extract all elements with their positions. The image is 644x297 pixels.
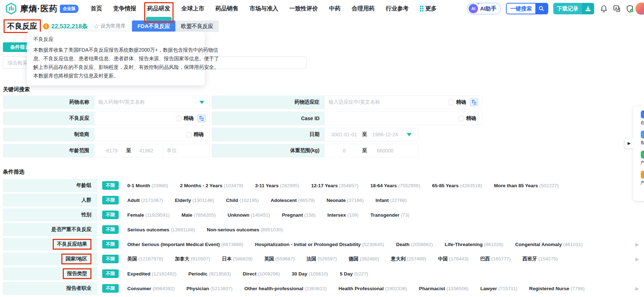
side-panel-item-2[interactable]: 客服 xyxy=(633,131,644,146)
filter-option[interactable]: 意大利 (257489) xyxy=(391,256,426,262)
nav-item-5[interactable]: 药品销售 xyxy=(216,5,238,13)
indication-input[interactable]: 输入适应症中/英文名称 xyxy=(328,99,446,105)
nav-item-6[interactable]: 市场与准入 xyxy=(250,5,278,13)
filter-option[interactable]: Female (11929591) xyxy=(127,212,170,218)
unlimited-option[interactable]: 不限 xyxy=(102,255,119,263)
case-id-exact-checkbox[interactable]: 精确 xyxy=(459,115,476,122)
nav-item-2[interactable]: 竞争情报 xyxy=(113,5,136,13)
filter-option[interactable]: Registered Nurse (7798) xyxy=(529,286,585,291)
nav-item-7[interactable]: 一致性评价 xyxy=(289,5,318,13)
more-options-chevron-icon[interactable]: ▶ xyxy=(635,242,639,247)
filter-option[interactable]: 12-17 Years (354857) xyxy=(311,183,359,188)
more-options-chevron-icon[interactable]: ▶ xyxy=(635,286,639,291)
filter-option[interactable]: Non-serious outcomes (8851030) xyxy=(207,227,283,232)
filter-option[interactable]: Intersex (109) xyxy=(327,212,359,218)
filter-option[interactable]: Other health-professional (2383622) xyxy=(244,286,327,291)
filter-option[interactable]: Pregnant (158) xyxy=(282,212,316,218)
filter-option[interactable]: Child (102195) xyxy=(226,198,259,203)
set-favorite-button[interactable]: ☆ 设为常用库 xyxy=(94,23,126,30)
age-to-input[interactable]: 41982 xyxy=(133,148,159,154)
nav-item-10[interactable]: 行业参考 xyxy=(386,5,409,13)
manufacturer-exact-checkbox[interactable]: 精确 xyxy=(186,131,204,138)
filter-option[interactable]: Death (2058662) xyxy=(396,242,433,247)
filter-option[interactable]: 18-64 Years (7552996) xyxy=(370,183,420,188)
weight-to-input[interactable]: 660000 xyxy=(369,148,401,154)
indication-tree-icon[interactable] xyxy=(470,98,478,106)
filter-option[interactable]: Physician (5213807) xyxy=(186,286,232,291)
filter-option[interactable]: Transgender (73) xyxy=(370,212,409,218)
filter-option[interactable]: Lawyer (715711) xyxy=(480,286,517,291)
nav-item-9[interactable]: 合理用药 xyxy=(352,5,375,13)
logo[interactable]: 摩熵·医药 企业版 xyxy=(5,3,79,15)
date-to-input[interactable]: 1986-12-24 xyxy=(369,132,401,137)
security-shield-icon[interactable] xyxy=(626,5,634,13)
filter-option[interactable]: 德国 (392480) xyxy=(349,256,379,262)
date-dropdown-icon[interactable] xyxy=(407,133,412,136)
filter-option[interactable]: Adult (2171067) xyxy=(127,198,163,203)
unlimited-option[interactable]: 不限 xyxy=(102,269,119,278)
filter-option[interactable]: Consumer (9964392) xyxy=(127,286,175,291)
filter-option[interactable]: Hospitalization - Initial or Prolonged D… xyxy=(255,242,384,247)
filter-option[interactable]: 中国 (176443) xyxy=(438,256,469,262)
filter-option[interactable]: Elderly (1301146) xyxy=(175,198,214,203)
side-panel-item-1[interactable]: 在线 xyxy=(633,110,644,126)
indication-exact-checkbox[interactable]: 精确 xyxy=(449,99,466,105)
filter-option[interactable]: Direct (1009296) xyxy=(243,271,280,277)
filter-option[interactable]: 0-1 Month (23980) xyxy=(127,183,168,188)
unlimited-option[interactable]: 不限 xyxy=(102,284,119,293)
filter-option[interactable]: Male (7856355) xyxy=(181,212,216,218)
filter-option[interactable]: Periodic (9219583) xyxy=(188,271,231,277)
nav-item-4[interactable]: 全球上市 xyxy=(181,5,204,13)
unlimited-option[interactable]: 不限 xyxy=(102,181,119,190)
side-panel-item-4[interactable]: 产品 xyxy=(633,171,644,186)
tab-1[interactable]: FDA不良反应 xyxy=(132,20,175,32)
more-options-chevron-icon[interactable]: ▶ xyxy=(635,256,639,262)
filter-option[interactable]: Pharmacist (1336506) xyxy=(419,286,468,291)
translate-icon[interactable]: A xyxy=(613,5,621,13)
info-icon[interactable]: i xyxy=(43,23,49,29)
unlimited-option[interactable]: 不限 xyxy=(102,211,119,219)
side-panel-collapse-button[interactable]: ▶ xyxy=(625,138,633,148)
unlimited-option[interactable]: 不限 xyxy=(102,196,119,204)
filter-option[interactable]: 西班牙 (154275) xyxy=(522,256,558,262)
nav-item-3[interactable]: 药品研发 xyxy=(147,5,170,13)
filter-option[interactable]: Unknown (140451) xyxy=(228,212,270,218)
filter-option[interactable]: Serious outcomes (13681188) xyxy=(127,227,195,232)
filter-option[interactable]: Congenital Anomaly (461031) xyxy=(515,242,583,247)
notification-bell-icon[interactable] xyxy=(600,5,608,13)
age-from-input[interactable]: -6179 xyxy=(98,148,124,154)
adverse-reaction-tree-icon[interactable] xyxy=(197,114,206,122)
side-panel-item-3[interactable]: 产品 xyxy=(633,151,644,166)
filter-option[interactable]: 5 Day (5227) xyxy=(340,271,368,277)
filter-option[interactable]: Life-Threatening (661026) xyxy=(445,242,503,247)
download-records-button[interactable]: 下载记录 xyxy=(553,3,594,14)
ai-assistant-button[interactable]: AI AI助手 xyxy=(467,3,501,14)
filter-option[interactable]: 英国 (559687) xyxy=(264,256,295,262)
unlimited-option[interactable]: 不限 xyxy=(102,240,119,249)
filter-option[interactable]: Health Professional (1902336) xyxy=(338,286,407,291)
filter-option[interactable]: 法国 (526597) xyxy=(307,256,337,262)
drug-name-dropdown-icon[interactable] xyxy=(199,101,204,104)
filter-option[interactable]: Neonate (37166) xyxy=(327,198,364,203)
filter-option[interactable]: 加拿大 (910507) xyxy=(175,256,210,262)
age-unit-input[interactable]: 单位 xyxy=(167,147,177,154)
filter-option[interactable]: Adolescent (86579) xyxy=(271,198,315,203)
filter-option[interactable]: Expedited (12192492) xyxy=(127,271,176,277)
nav-item-11[interactable]: 更多 xyxy=(420,5,437,13)
adverse-reaction-exact-checkbox[interactable]: 精确 xyxy=(176,115,194,122)
filter-option[interactable]: 3-11 Years (282995) xyxy=(255,183,299,188)
weight-from-input[interactable]: 0 xyxy=(328,148,360,154)
quick-search-button[interactable]: 一键搜索 xyxy=(506,3,548,14)
filter-option[interactable]: Infant (22768) xyxy=(375,198,407,203)
filter-option[interactable]: 日本 (598829) xyxy=(222,256,252,262)
unlimited-option[interactable]: 不限 xyxy=(102,225,119,234)
date-from-input[interactable]: 0001-01-01 xyxy=(328,132,360,137)
nav-item-1[interactable]: 首页 xyxy=(91,5,102,13)
filter-option[interactable]: 美国 (12167978) xyxy=(127,256,163,262)
filter-option[interactable]: 30 Day (105610) xyxy=(292,271,328,277)
drug-name-input[interactable]: 输入药物中/英文名称 xyxy=(98,99,198,105)
nav-item-8[interactable]: 中药 xyxy=(329,5,341,13)
tab-2[interactable]: 欧盟不良反应 xyxy=(175,20,219,32)
filter-option[interactable]: Other Serious (Important Medical Event) … xyxy=(127,242,243,247)
filter-option[interactable]: More than 85 Years (502227) xyxy=(494,183,559,188)
